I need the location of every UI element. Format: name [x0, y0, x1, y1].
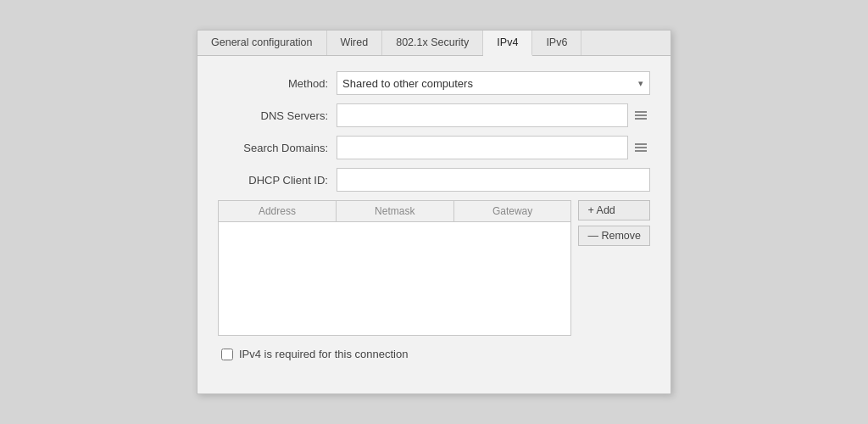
- tab-802-1x-security[interactable]: 802.1x Security: [382, 31, 483, 55]
- address-table: Address Netmask Gateway: [218, 200, 571, 336]
- dns-servers-label: DNS Servers:: [218, 109, 328, 122]
- ipv4-required-label: IPv4 is required for this connection: [239, 348, 408, 360]
- tab-bar: General configuration Wired 802.1x Secur…: [198, 31, 670, 56]
- table-buttons: + Add — Remove: [578, 200, 650, 336]
- remove-button[interactable]: — Remove: [578, 226, 650, 246]
- tab-ipv6[interactable]: IPv6: [532, 31, 581, 55]
- method-row: Method: Shared to other computers ▾: [218, 71, 650, 95]
- content-area: Method: Shared to other computers ▾ DNS …: [198, 56, 670, 376]
- ipv4-required-row: IPv4 is required for this connection: [218, 348, 650, 360]
- dns-menu-icon[interactable]: [632, 106, 650, 125]
- dialog: General configuration Wired 802.1x Secur…: [197, 30, 671, 394]
- search-domains-row: Search Domains:: [218, 136, 650, 159]
- table-body: [219, 222, 570, 332]
- method-select-wrapper: Shared to other computers ▾: [337, 71, 650, 95]
- search-domains-label: Search Domains:: [218, 142, 328, 154]
- dhcp-input[interactable]: [337, 168, 650, 192]
- method-label: Method:: [218, 77, 328, 90]
- search-domains-input[interactable]: [337, 136, 628, 159]
- col-netmask: Netmask: [337, 201, 454, 221]
- method-select[interactable]: Shared to other computers: [337, 71, 650, 95]
- address-table-section: Address Netmask Gateway + Add — Remove: [218, 200, 650, 336]
- tab-wired[interactable]: Wired: [327, 31, 383, 55]
- ipv4-required-checkbox[interactable]: [221, 349, 233, 360]
- table-header: Address Netmask Gateway: [219, 201, 570, 222]
- dns-servers-input[interactable]: [337, 103, 628, 127]
- search-domains-menu-icon[interactable]: [632, 138, 650, 157]
- add-button[interactable]: + Add: [578, 200, 650, 220]
- dhcp-label: DHCP Client ID:: [218, 174, 328, 187]
- dns-servers-row: DNS Servers:: [218, 103, 650, 127]
- col-gateway: Gateway: [454, 201, 571, 221]
- dhcp-row: DHCP Client ID:: [218, 168, 650, 192]
- tab-ipv4[interactable]: IPv4: [483, 31, 532, 56]
- col-address: Address: [219, 201, 337, 221]
- tab-general-configuration[interactable]: General configuration: [198, 31, 327, 55]
